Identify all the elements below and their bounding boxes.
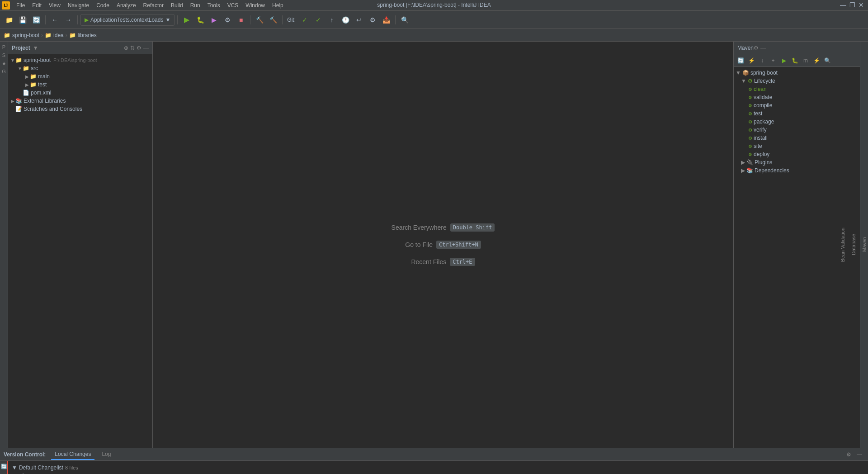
tree-scratches[interactable]: ▶ 📝 Scratches and Consoles (8, 105, 152, 113)
git-side-icon[interactable]: G (0, 68, 8, 75)
maven-clean[interactable]: ⚙ clean (734, 85, 860, 93)
project-side-icon[interactable]: P (0, 43, 8, 51)
ext-libs-label: External Libraries (24, 98, 66, 104)
git-settings-btn[interactable]: ⚙ (366, 14, 379, 26)
git-branch-btn[interactable]: ✓ (298, 14, 311, 26)
menu-refactor[interactable]: Refactor (140, 1, 167, 9)
tree-arrow-main: ▶ (24, 74, 30, 79)
breadcrumb-item-3[interactable]: libraries (78, 32, 97, 38)
vc-minimize-icon[interactable]: — (854, 450, 864, 460)
maven-settings-icon[interactable]: ⚙ (754, 45, 759, 51)
menu-analyze[interactable]: Analyze (113, 1, 140, 9)
menu-run[interactable]: Run (187, 1, 204, 9)
git-rollback-btn[interactable]: ↩ (353, 14, 365, 26)
maven-plugins[interactable]: ▶ 🔌 Plugins (734, 158, 860, 166)
run-config-selector[interactable]: ▶ ApplicationTests.contextLoads ▼ (80, 14, 175, 26)
right-tab-database[interactable]: Database (850, 232, 857, 257)
project-toolbar-btn[interactable]: 📁 (3, 14, 15, 26)
vc-header-icons: ⚙ — (844, 450, 864, 460)
maven-deploy[interactable]: ⚙ deploy (734, 150, 860, 158)
maven-minimize-icon[interactable]: — (760, 45, 766, 51)
sync-btn[interactable]: 🔄 (30, 14, 42, 26)
expand-icon[interactable]: ⇅ (130, 45, 135, 51)
tab-local-changes[interactable]: Local Changes (51, 449, 94, 460)
maven-refresh-btn[interactable]: 🔄 (736, 56, 745, 66)
run-button[interactable]: ▶ (180, 14, 193, 26)
vc-file-application-java[interactable]: ☕ Application.java F:\IDEA\spring-boot\s… (12, 472, 864, 474)
root-label: spring-boot (24, 57, 51, 63)
maven-deps-arrow: ▶ (741, 167, 745, 174)
maven-toolbar: 🔄 ⚡ ↓ + ▶ 🐛 m ⚡ 🔍 (734, 54, 860, 67)
forward-btn[interactable]: → (62, 14, 75, 26)
maven-execute-btn[interactable]: ⚡ (811, 56, 821, 66)
tab-log[interactable]: Log (98, 449, 114, 460)
tree-pom[interactable]: ▶ 📄 pom.xml (8, 89, 152, 97)
menu-tools[interactable]: Tools (204, 1, 224, 9)
close-button[interactable]: ✕ (858, 2, 864, 8)
project-dropdown-arrow[interactable]: ▼ (33, 45, 38, 51)
coverage-button[interactable]: ▶ (208, 14, 220, 26)
maven-download-btn[interactable]: ↓ (757, 56, 767, 66)
vc-settings-icon[interactable]: ⚙ (844, 450, 854, 460)
minimize-panel-icon[interactable]: — (143, 45, 149, 51)
maven-validate[interactable]: ⚙ validate (734, 93, 860, 101)
menu-file[interactable]: File (13, 1, 28, 9)
minimize-button[interactable]: — (840, 2, 846, 8)
maven-dependencies[interactable]: ▶ 📚 Dependencies (734, 166, 860, 175)
breadcrumb-item-1[interactable]: spring-boot (12, 32, 39, 38)
changelist-header[interactable]: ▼ Default Changelist 8 files (12, 464, 864, 472)
vc-check-icon[interactable]: ✓ (0, 472, 8, 474)
debug-button[interactable]: 🐛 (194, 14, 207, 26)
maven-lifecycle[interactable]: ▼ ⚙ Lifecycle (734, 77, 860, 85)
menu-code[interactable]: Code (93, 1, 113, 9)
settings-icon[interactable]: ⚙ (137, 45, 142, 51)
tree-src[interactable]: ▼ 📁 src (8, 64, 152, 72)
maven-compile[interactable]: ⚙ compile (734, 101, 860, 109)
menu-view[interactable]: View (45, 1, 64, 9)
right-tab-spring[interactable]: Bean Validation (839, 226, 846, 264)
maven-verify[interactable]: ⚙ verify (734, 126, 860, 134)
folder-icon-1: 📁 (4, 32, 10, 38)
maven-install[interactable]: ⚙ install (734, 134, 860, 142)
bookmark-side-icon[interactable]: ★ (0, 60, 8, 67)
scratches-label: Scratches and Consoles (24, 106, 82, 112)
git-history-btn[interactable]: 🕐 (339, 14, 352, 26)
tree-external-libs[interactable]: ▶ 📚 External Libraries (8, 97, 152, 105)
maven-site[interactable]: ⚙ site (734, 142, 860, 150)
menu-window[interactable]: Window (242, 1, 269, 9)
right-tab-maven[interactable]: Maven (861, 235, 868, 254)
maven-add-btn[interactable]: + (768, 56, 778, 66)
maven-expand-btn[interactable]: 🔍 (822, 56, 832, 66)
search-btn[interactable]: 🔍 (398, 14, 411, 26)
menu-vcs[interactable]: VCS (224, 1, 242, 9)
menu-help[interactable]: Help (269, 1, 287, 9)
tree-root[interactable]: ▼ 📁 spring-boot F:\IDEA\spring-boot (8, 56, 152, 64)
tree-main[interactable]: ▶ 📁 main (8, 72, 152, 81)
save-all-btn[interactable]: 💾 (16, 14, 29, 26)
maximize-button[interactable]: ❐ (849, 2, 855, 8)
maven-lifecycle-arrow: ▼ (741, 78, 746, 84)
menu-build[interactable]: Build (167, 1, 187, 9)
git-fetch-btn[interactable]: 📥 (380, 14, 392, 26)
tree-test[interactable]: ▶ 📁 test (8, 81, 152, 89)
build-btn[interactable]: 🔨 (253, 14, 266, 26)
menu-edit[interactable]: Edit (28, 1, 45, 9)
back-btn[interactable]: ← (48, 14, 61, 26)
locate-icon[interactable]: ⊕ (124, 45, 128, 51)
maven-package[interactable]: ⚙ package (734, 118, 860, 126)
breadcrumb-item-2[interactable]: idea (53, 32, 64, 38)
maven-root[interactable]: ▼ 📦 spring-boot (734, 69, 860, 77)
stop-button[interactable]: ■ (235, 14, 247, 26)
maven-test[interactable]: ⚙ test (734, 109, 860, 118)
profile-button[interactable]: ⚙ (221, 14, 234, 26)
vc-refresh-icon[interactable]: 🔄 (0, 463, 8, 470)
maven-lifecycle-btn[interactable]: ⚡ (746, 56, 756, 66)
structure-side-icon[interactable]: S (0, 52, 8, 59)
maven-run-btn[interactable]: ▶ (779, 56, 789, 66)
git-push-btn[interactable]: ↑ (326, 14, 338, 26)
maven-toggle-skip-btn[interactable]: m (801, 56, 811, 66)
git-commit-btn[interactable]: ✓ (312, 14, 325, 26)
rebuild-btn[interactable]: 🔨 (267, 14, 279, 26)
maven-debug-btn[interactable]: 🐛 (790, 56, 800, 66)
menu-navigate[interactable]: Navigate (64, 1, 93, 9)
